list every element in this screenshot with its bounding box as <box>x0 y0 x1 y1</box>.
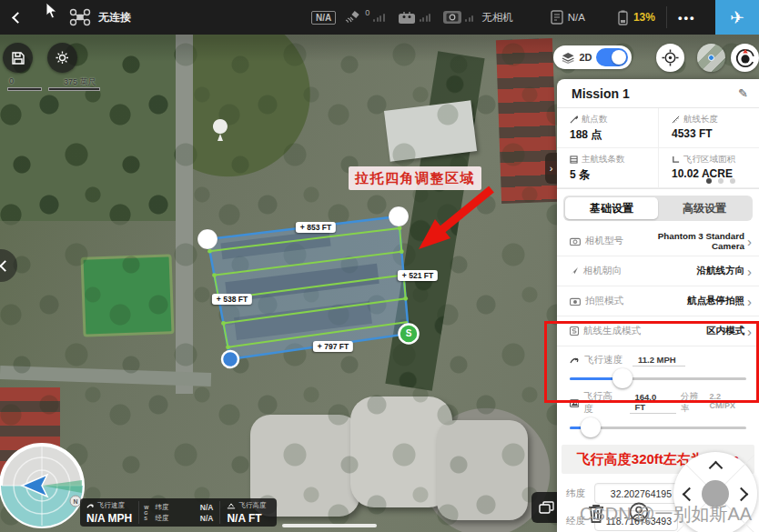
gps-count: 0 <box>365 8 369 17</box>
telemetry-bar: 飞行速度 N/A MPH WGS 纬度N/A 经度N/A 飞行高度 N/A FT <box>80 498 277 527</box>
stat-waypoints: 航点数 188 点 <box>557 108 658 148</box>
home-indicator <box>282 524 377 527</box>
tutorial-annotation: 拉托四角调整区域 <box>349 166 481 190</box>
map-pin <box>213 119 228 141</box>
waypoint-icon <box>570 115 578 124</box>
tele-alt-label: 飞行高度 <box>238 501 266 510</box>
scale-start-label: 0 <box>9 76 14 85</box>
stat-route-length: 航线长度 4533 FT <box>658 108 759 148</box>
layers-icon <box>539 501 555 515</box>
camera-icon <box>570 237 581 246</box>
battery-icon <box>616 10 630 25</box>
tele-lon-label: 经度 <box>155 514 168 523</box>
corner-handle-topright[interactable] <box>389 206 409 226</box>
map-settings-button[interactable] <box>47 43 77 73</box>
edit-mission-icon[interactable]: ✎ <box>738 86 748 100</box>
edge-length-bottom: + 797 FT <box>313 341 353 352</box>
chevron-left-icon <box>0 260 10 272</box>
stat-main-lines: 主航线条数 5 条 <box>557 148 658 188</box>
chevron-right-icon: › <box>747 295 752 308</box>
aircraft-status-icon <box>550 10 564 25</box>
connection-status: 无连接 <box>98 10 131 25</box>
compass-icon <box>735 48 755 68</box>
nudge-up-button[interactable] <box>709 461 724 476</box>
back-button[interactable] <box>0 0 35 35</box>
nudge-right-button[interactable] <box>734 487 749 502</box>
chevron-right-icon: › <box>747 235 752 248</box>
edge-length-right: + 521 FT <box>398 270 438 281</box>
start-point-label: S <box>406 328 412 338</box>
altitude-value: 164.0 FT <box>630 392 677 414</box>
flight-speed-icon <box>570 356 580 365</box>
setting-camera-heading[interactable]: 相机朝向 沿航线方向› <box>557 256 759 286</box>
start-flight-button[interactable]: ✈ <box>715 0 759 35</box>
save-icon <box>11 51 25 65</box>
wgs-label: WGS <box>139 498 148 527</box>
camera-signal-icon <box>446 13 459 22</box>
minimap-dot <box>708 55 714 61</box>
watermark: CSDN @一别如斯AA <box>580 502 752 527</box>
view-mode-pill[interactable]: 2D <box>553 45 632 69</box>
resolution-label: 分辨率 <box>681 391 705 415</box>
tele-lon-value: N/A <box>200 514 214 523</box>
stats-page-dots[interactable] <box>706 178 735 184</box>
locate-icon <box>662 49 679 66</box>
flight-sliders: 飞行速度 11.2 MPH 飞行高度 164.0 FT 分辨率2.2 CM/PX <box>557 346 759 437</box>
setting-route-mode[interactable]: 航线生成模式 区内模式› <box>557 316 759 346</box>
altitude-slider[interactable] <box>570 417 746 437</box>
tab-basic-settings[interactable]: 基础设置 <box>565 197 658 219</box>
corner-handle-bottomleft[interactable] <box>222 351 238 367</box>
battery-percent: 13% <box>633 11 655 24</box>
edge-length-top: + 853 FT <box>296 222 336 233</box>
setting-camera-model[interactable]: 相机型号 Phantom 3 Standard Camera› <box>557 226 759 256</box>
annotation-arrow <box>419 189 491 249</box>
compass-calibration-button[interactable] <box>731 44 759 72</box>
drone-icon <box>69 8 91 26</box>
locate-me-button[interactable] <box>656 44 684 72</box>
speed-label: 飞行速度 <box>584 354 622 366</box>
setting-photo-mode[interactable]: 拍照模式 航点悬停拍照› <box>557 286 759 316</box>
nudge-left-button[interactable] <box>683 487 697 502</box>
speed-slider-row: 飞行速度 11.2 MPH <box>557 352 759 388</box>
latitude-label: 纬度 <box>566 487 588 500</box>
minimap-button[interactable] <box>697 44 725 72</box>
altitude-slider-row: 飞行高度 164.0 FT 分辨率2.2 CM/PX <box>557 388 759 437</box>
gps-signal-bars <box>373 13 385 22</box>
area-ruler-icon <box>672 156 680 164</box>
remote-controller-icon <box>398 11 416 25</box>
attitude-compass: N <box>1 445 83 527</box>
flight-altitude-icon <box>570 399 579 407</box>
panel-collapse-handle[interactable]: › <box>545 153 557 184</box>
camera-signal-bars <box>465 13 473 22</box>
edge-length-left: + 538 FT <box>212 294 252 305</box>
altitude-slider-knob[interactable] <box>581 417 601 437</box>
speed-slider-knob[interactable] <box>612 368 632 388</box>
tab-advanced-settings[interactable]: 高级设置 <box>658 197 751 219</box>
photo-mode-icon <box>570 297 581 306</box>
speed-value: 11.2 MPH <box>632 355 685 366</box>
tele-alt-value: N/A FT <box>227 512 268 525</box>
gear-icon <box>55 50 70 65</box>
speed-slider[interactable] <box>570 368 746 388</box>
rc-signal-bars <box>420 13 431 22</box>
resolution-value: 2.2 CM/PX <box>710 392 746 410</box>
chevron-right-icon: › <box>747 325 752 338</box>
airplane-icon: ✈ <box>730 7 744 28</box>
tele-lat-label: 纬度 <box>155 503 168 512</box>
top-status-bar: 无连接 N/A 0 无相机 N/A 13% ••• ✈ <box>0 0 759 35</box>
save-mission-button[interactable] <box>3 43 33 73</box>
heading-arrow-icon <box>570 266 579 276</box>
mouse-cursor <box>46 2 58 20</box>
svg-text:N: N <box>73 498 77 505</box>
mission-header: Mission 1 ✎ <box>557 79 759 108</box>
more-menu-button[interactable]: ••• <box>678 11 696 25</box>
route-length-icon <box>672 115 680 124</box>
altitude-icon <box>227 502 236 509</box>
corner-handle-topleft[interactable] <box>197 229 218 249</box>
tele-speed-label: 飞行速度 <box>97 501 125 510</box>
view-mode-label: 2D <box>579 52 592 63</box>
latitude-input[interactable]: 32.202764195 <box>594 483 678 504</box>
layers-stack-icon <box>562 52 574 64</box>
view-2d-toggle[interactable] <box>596 48 628 66</box>
tele-speed-value: N/A MPH <box>86 512 132 525</box>
